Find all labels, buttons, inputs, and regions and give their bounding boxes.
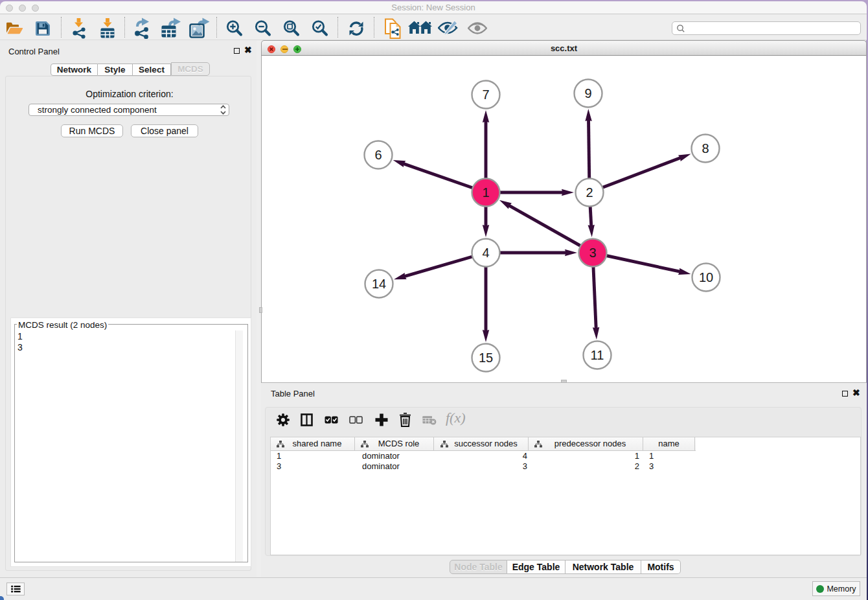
svg-text:6: 6 bbox=[374, 148, 382, 162]
svg-text:3: 3 bbox=[589, 246, 596, 260]
svg-text:8: 8 bbox=[702, 141, 709, 156]
svg-text:2: 2 bbox=[586, 185, 593, 200]
svg-text:1: 1 bbox=[482, 185, 489, 200]
svg-text:15: 15 bbox=[479, 351, 493, 365]
svg-text:11: 11 bbox=[591, 348, 604, 362]
svg-text:10: 10 bbox=[699, 270, 713, 284]
svg-text:14: 14 bbox=[372, 277, 386, 291]
svg-text:4: 4 bbox=[482, 246, 489, 260]
svg-text:9: 9 bbox=[584, 86, 591, 100]
svg-text:7: 7 bbox=[482, 87, 489, 102]
